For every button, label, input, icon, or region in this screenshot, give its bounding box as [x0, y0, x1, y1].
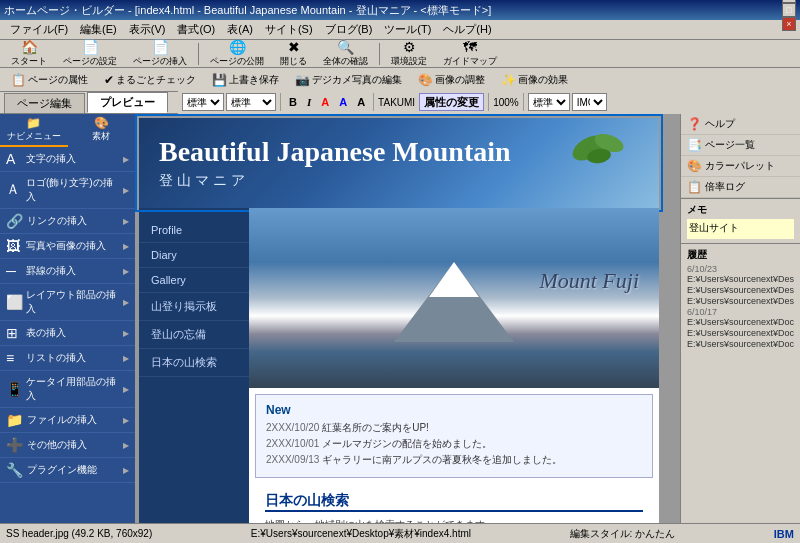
toolbar2-btn-上書き保存[interactable]: 💾上書き保存	[205, 70, 286, 90]
status-left: SS header.jpg (49.2 KB, 760x92)	[6, 528, 152, 539]
toolbar-btn-開じる[interactable]: ✖開じる	[273, 42, 314, 66]
history-path[interactable]: E:¥Users¥sourcenext¥Desk...	[687, 274, 794, 284]
toolbar-btn-全体の確認[interactable]: 🔍全体の確認	[316, 42, 375, 66]
leaf-decoration	[569, 128, 629, 168]
nav-item-登山の忘備[interactable]: 登山の忘備	[139, 321, 249, 349]
left-sidebar: 📁ナビメニュー🎨素材 A文字の挿入▶Ａロゴ(飾り文字)の挿入▶🔗リンクの挿入▶🖼…	[0, 114, 135, 523]
sidebar-tab-素材[interactable]: 🎨素材	[68, 114, 136, 147]
sidebar-item-その他の挿入[interactable]: ➕その他の挿入▶	[0, 433, 135, 458]
toolbar2-btn-画像の調整[interactable]: 🎨画像の調整	[411, 70, 492, 90]
tab-ページ編集[interactable]: ページ編集	[4, 93, 85, 113]
sidebar-item-文字の挿入[interactable]: A文字の挿入▶	[0, 147, 135, 172]
sidebar-item-レイアウト部品の挿入[interactable]: ⬜レイアウト部品の挿入▶	[0, 284, 135, 321]
history-date: 6/10/23	[687, 264, 794, 274]
sidebar-item-text: 罫線の挿入	[26, 264, 76, 278]
search-desc: 地図から、地域別に山を検索することができます。	[265, 518, 643, 523]
menu-item-ヘルプ(H)[interactable]: ヘルプ(H)	[437, 20, 497, 39]
right-panel-btn-ヘルプ[interactable]: ❓ヘルプ	[681, 114, 800, 135]
sidebar-item-表の挿入[interactable]: ⊞表の挿入▶	[0, 321, 135, 346]
italic-button[interactable]: I	[303, 93, 315, 111]
toolbar2-btn-デジカメ写真の編集[interactable]: 📷デジカメ写真の編集	[288, 70, 409, 90]
page-subtitle: 登 山 マ ニ ア	[159, 172, 511, 190]
sidebar-item-icon: 🔗	[6, 213, 23, 229]
sidebar-item-text: ケータイ用部品の挿入	[26, 375, 119, 403]
menu-item-ツール(T)[interactable]: ツール(T)	[378, 20, 437, 39]
menu-item-ブログ(B)[interactable]: ブログ(B)	[319, 20, 379, 39]
font-btn[interactable]: A	[353, 93, 369, 111]
property-change-button[interactable]: 属性の変更	[419, 93, 484, 111]
nav-item-Gallery[interactable]: Gallery	[139, 268, 249, 293]
toolbar-sep-6	[379, 43, 380, 65]
sidebar-item-icon: ⊞	[6, 325, 22, 341]
news-items: 2XXX/10/20 紅葉名所のご案内をUP!2XXX/10/01 メールマガジ…	[266, 421, 642, 467]
sidebar-item-arrow: ▶	[123, 416, 129, 425]
nav-item-日本の山検索[interactable]: 日本の山検索	[139, 349, 249, 377]
menu-item-ファイル(F)[interactable]: ファイル(F)	[4, 20, 74, 39]
sidebar-item-ケータイ用部品の挿入[interactable]: 📱ケータイ用部品の挿入▶	[0, 371, 135, 408]
sidebar-item-arrow: ▶	[123, 385, 129, 394]
sidebar-item-罫線の挿入[interactable]: ─罫線の挿入▶	[0, 259, 135, 284]
canvas-scroll-area[interactable]: Beautiful Japanese Mountain 登 山 マ ニ ア	[135, 114, 680, 523]
sidebar-item-text: 写真や画像の挿入	[26, 239, 106, 253]
menu-item-表(A)[interactable]: 表(A)	[221, 20, 259, 39]
menu-item-編集(E)[interactable]: 編集(E)	[74, 20, 123, 39]
history-path[interactable]: E:¥Users¥sourcenext¥Docu...	[687, 317, 794, 327]
nav-item-Diary[interactable]: Diary	[139, 243, 249, 268]
toolbar-btn-環境設定[interactable]: ⚙環境設定	[384, 42, 434, 66]
news-text: 紅葉名所のご案内をUP!	[322, 422, 429, 433]
right-panel-btn-カラーパレット[interactable]: 🎨カラーパレット	[681, 156, 800, 177]
history-path[interactable]: E:¥Users¥sourcenext¥Docu...	[687, 339, 794, 349]
close-button[interactable]: ×	[782, 17, 796, 31]
main-area: 📁ナビメニュー🎨素材 A文字の挿入▶Ａロゴ(飾り文字)の挿入▶🔗リンクの挿入▶🖼…	[0, 114, 800, 523]
sidebar-item-icon: 📱	[6, 381, 22, 397]
menu-item-サイト(S)[interactable]: サイト(S)	[259, 20, 319, 39]
sidebar-item-icon: 📁	[6, 412, 23, 428]
sidebar-menu: A文字の挿入▶Ａロゴ(飾り文字)の挿入▶🔗リンクの挿入▶🖼写真や画像の挿入▶─罫…	[0, 147, 135, 523]
toolbar2-btn-ページの属性[interactable]: 📋ページの属性	[4, 70, 95, 90]
size-select[interactable]: 標準	[226, 93, 276, 111]
sidebar-tab-ナビメニュー[interactable]: 📁ナビメニュー	[0, 114, 68, 147]
menu-item-表示(V)[interactable]: 表示(V)	[123, 20, 172, 39]
editor-area: Beautiful Japanese Mountain 登 山 マ ニ ア	[135, 114, 680, 523]
history-item: 6/10/23E:¥Users¥sourcenext¥Desk...	[687, 264, 794, 284]
sidebar-item-リストの挿入[interactable]: ≡リストの挿入▶	[0, 346, 135, 371]
history-item: E:¥Users¥sourcenext¥Desk...	[687, 285, 794, 295]
nav-item-Profile[interactable]: Profile	[139, 218, 249, 243]
sidebar-item-リンクの挿入[interactable]: 🔗リンクの挿入▶	[0, 209, 135, 234]
page-main-content: Mount Fuji New 2XXX/10/20 紅葉名所のご案内をUP!2X…	[249, 208, 659, 523]
sidebar-item-プラグイン機能[interactable]: 🔧プラグイン機能▶	[0, 458, 135, 483]
history-path[interactable]: E:¥Users¥sourcenext¥Desk...	[687, 285, 794, 295]
sidebar-item-ロゴ(飾り文字)の挿入[interactable]: Ａロゴ(飾り文字)の挿入▶	[0, 172, 135, 209]
memo-section: メモ 登山サイト	[681, 198, 800, 243]
format-select[interactable]: 標準	[528, 93, 570, 111]
maximize-button[interactable]: □	[782, 3, 796, 17]
history-path[interactable]: E:¥Users¥sourcenext¥Desk...	[687, 296, 794, 306]
memo-content[interactable]: 登山サイト	[687, 219, 794, 239]
toolbar-btn-スタート[interactable]: 🏠スタート	[4, 42, 54, 66]
font-select[interactable]: 標準	[182, 93, 224, 111]
sidebar-item-ファイルの挿入[interactable]: 📁ファイルの挿入▶	[0, 408, 135, 433]
toolbar-btn-ページの公開[interactable]: 🌐ページの公開	[203, 42, 271, 66]
news-item: 2XXX/10/20 紅葉名所のご案内をUP!	[266, 421, 642, 435]
bold-button[interactable]: B	[285, 93, 301, 111]
color-a2-button[interactable]: A	[335, 93, 351, 111]
sidebar-item-icon: A	[6, 151, 22, 167]
history-item: E:¥Users¥sourcenext¥Docu...	[687, 339, 794, 349]
menu-item-書式(O)[interactable]: 書式(O)	[171, 20, 221, 39]
nav-item-山登り掲示板[interactable]: 山登り掲示板	[139, 293, 249, 321]
toolbar-btn-ページの設定[interactable]: 📄ページの設定	[56, 42, 124, 66]
toolbar2-btn-まるごとチェック[interactable]: ✔まるごとチェック	[97, 70, 203, 90]
history-path[interactable]: E:¥Users¥sourcenext¥Docu...	[687, 328, 794, 338]
page-header[interactable]: Beautiful Japanese Mountain 登 山 マ ニ ア	[139, 118, 659, 208]
right-panel-btn-倍率ログ[interactable]: 📋倍率ログ	[681, 177, 800, 198]
toolbar-btn-ガイドマップ[interactable]: 🗺ガイドマップ	[436, 42, 504, 66]
type-select[interactable]: IMG	[572, 93, 607, 111]
toolbar-btn-ページの挿入[interactable]: 📄ページの挿入	[126, 42, 194, 66]
color-a-button[interactable]: A	[317, 93, 333, 111]
toolbar2-btn-画像の効果[interactable]: ✨画像の効果	[494, 70, 575, 90]
format-toolbar: 標準 標準 B I A A A TAKUMI 属性の変更 100% 標準 IMG	[178, 91, 800, 115]
tab-プレビュー[interactable]: プレビュー	[87, 92, 168, 113]
history-date: 6/10/17	[687, 307, 794, 317]
sidebar-item-写真や画像の挿入[interactable]: 🖼写真や画像の挿入▶	[0, 234, 135, 259]
right-panel-btn-ページ一覧[interactable]: 📑ページ一覧	[681, 135, 800, 156]
